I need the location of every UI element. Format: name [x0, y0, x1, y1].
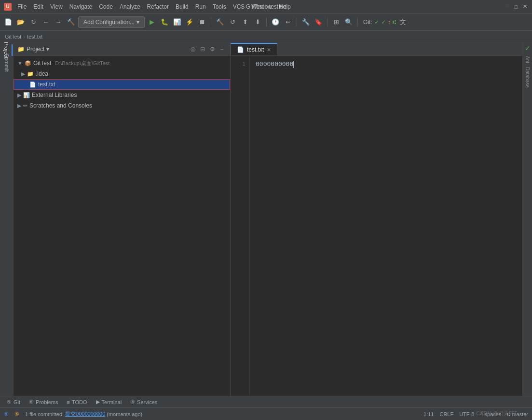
warning-status-icon: ⑥ [14, 411, 19, 417]
add-configuration-button[interactable]: Add Configuration... ▾ [78, 16, 145, 28]
maximize-button[interactable]: □ [513, 3, 519, 10]
tree-root[interactable]: ▼ 📦 GitTest D:\Backup\桌面\GitTest [14, 58, 230, 68]
tree-test-txt[interactable]: 📄 test.txt [14, 79, 230, 90]
project-tree: ▼ 📦 GitTest D:\Backup\桌面\GitTest ▶ 📁 .id… [14, 56, 230, 396]
update-button[interactable]: ⬆ [240, 17, 250, 27]
open-button[interactable]: 📂 [15, 17, 26, 27]
commit-status-text: 1 file committed: [25, 411, 64, 417]
tree-scratches[interactable]: ▶ ✏ Scratches and Consoles [14, 100, 230, 111]
editor-content[interactable]: 1 0000000000 [231, 56, 522, 396]
revert-button[interactable]: ↩ [283, 17, 293, 27]
editor-text-area[interactable]: 0000000000 [250, 56, 522, 396]
right-strip-ant[interactable]: Ant [525, 56, 530, 63]
layout-button[interactable]: ⊞ [331, 17, 341, 27]
problems-tab-icon: ⑥ [29, 399, 34, 405]
idea-folder-icon: 📁 [27, 71, 34, 77]
breadcrumb-file[interactable]: test.txt [27, 34, 42, 40]
bottom-tab-problems[interactable]: ⑥ Problems [25, 397, 62, 407]
panel-settings-button[interactable]: ⚙ [208, 45, 217, 54]
services-tab-icon: ⑧ [130, 399, 135, 405]
debug-button[interactable]: 🐛 [159, 17, 170, 27]
menu-build[interactable]: Build [173, 2, 191, 11]
menu-vcs[interactable]: VCS [230, 2, 248, 11]
history-button[interactable]: 🕐 [270, 17, 281, 27]
bottom-tab-git[interactable]: ⑨ Git [3, 397, 24, 407]
find-button[interactable]: 🔍 [343, 17, 354, 27]
tree-idea-folder[interactable]: ▶ 📁 .idea [14, 68, 230, 79]
tree-idea-label: .idea [36, 70, 48, 77]
git-status-area: Git: ✓ ✓ ↑ ⑆ [363, 19, 396, 26]
sidebar-item-commit[interactable]: Commit [1, 57, 13, 68]
menu-run[interactable]: Run [192, 2, 209, 11]
window-title: GitTest - test.txt [246, 3, 286, 10]
title-bar: U File Edit View Navigate Code Analyze R… [0, 0, 532, 14]
run-config-button[interactable]: 🔨 [66, 17, 76, 27]
terminal-tab-icon: ▶ [96, 399, 100, 405]
build-project-button[interactable]: 🔨 [215, 17, 225, 27]
menu-code[interactable]: Code [96, 2, 116, 11]
encoding-text: UTF-8 [459, 411, 474, 417]
git-status-item[interactable]: ⑨ [4, 411, 9, 417]
editor-content-text: 0000000000 [256, 60, 293, 68]
coverage-button[interactable]: 📊 [172, 17, 182, 27]
settings-button[interactable]: 🔧 [300, 17, 311, 27]
project-panel: 📁 Project ▾ ◎ ⊟ ⚙ − ▼ 📦 GitTest D:\Backu… [14, 42, 231, 396]
tab-close-button[interactable]: ✕ [267, 47, 271, 53]
tree-root-path: D:\Backup\桌面\GitTest [55, 60, 109, 67]
bottom-tabs: ⑨ Git ⑥ Problems ≡ TODO ▶ Terminal ⑧ Ser… [0, 396, 532, 407]
editor-tab-test-txt[interactable]: 📄 test.txt ✕ [231, 43, 277, 55]
git-push-icon[interactable]: ↑ [388, 19, 391, 26]
tab-file-icon: 📄 [237, 46, 244, 53]
menu-edit[interactable]: Edit [30, 2, 46, 11]
text-cursor [293, 61, 294, 68]
tree-root-label: GitTest [33, 60, 51, 67]
menu-navigate[interactable]: Navigate [67, 2, 95, 11]
chevron-right-icon: ▶ [21, 71, 25, 77]
tree-external-libraries[interactable]: ▶ 📊 External Libraries [14, 90, 230, 100]
menu-tools[interactable]: Tools [210, 2, 229, 11]
terminal-tab-label: Terminal [102, 399, 122, 405]
status-bar: ⑨ ⑥ 1 file committed: 提交0000000000 (mome… [0, 407, 532, 420]
git-status-icon: ⑨ [4, 411, 9, 417]
todo-tab-icon: ≡ [67, 399, 70, 405]
bottom-tab-terminal[interactable]: ▶ Terminal [92, 397, 126, 407]
tree-scratches-label: Scratches and Consoles [29, 102, 92, 109]
forward-button[interactable]: → [53, 17, 64, 27]
menu-refactor[interactable]: Refactor [144, 2, 172, 11]
cursor-position[interactable]: 1:11 [423, 411, 434, 417]
chevron-down-icon[interactable]: ▾ [46, 46, 49, 53]
new-file-button[interactable]: 📄 [3, 17, 14, 27]
commit-link[interactable]: 提交0000000000 [65, 410, 105, 418]
editor-area: 📄 test.txt ✕ 1 0000000000 [231, 42, 522, 396]
panel-close-button[interactable]: − [218, 45, 226, 54]
add-config-dropdown-icon[interactable]: ▾ [136, 19, 139, 26]
menu-view[interactable]: View [47, 2, 66, 11]
bottom-tab-services[interactable]: ⑧ Services [126, 397, 161, 407]
back-button[interactable]: ← [41, 17, 51, 27]
profile-button[interactable]: ⚡ [184, 17, 195, 27]
toolbar-separator-5 [357, 18, 358, 27]
bottom-tab-todo[interactable]: ≡ TODO [63, 397, 91, 407]
menu-analyze[interactable]: Analyze [117, 2, 143, 11]
sync-button[interactable]: ↻ [28, 17, 39, 27]
encoding[interactable]: UTF-8 [459, 411, 474, 417]
tree-external-label: External Libraries [32, 92, 77, 98]
bookmark-button[interactable]: 🔖 [313, 17, 324, 27]
minimize-button[interactable]: ─ [504, 3, 511, 10]
close-button[interactable]: ✕ [521, 3, 528, 10]
editor-tabs: 📄 test.txt ✕ [231, 42, 522, 56]
toolbar-separator-1 [211, 18, 211, 27]
line-ending[interactable]: CRLF [439, 411, 453, 417]
stop-button[interactable]: ⏹ [197, 17, 207, 27]
menu-file[interactable]: File [14, 2, 29, 11]
right-strip-database[interactable]: Database [525, 67, 530, 88]
breadcrumb-project[interactable]: GitTest [5, 34, 21, 40]
collapse-button[interactable]: ⊟ [198, 45, 207, 54]
folder-icon: 📁 [17, 46, 25, 53]
reload-button[interactable]: ↺ [227, 17, 238, 27]
patch-button[interactable]: ⬇ [252, 17, 263, 27]
run-button[interactable]: ▶ [147, 17, 157, 27]
locate-button[interactable]: ◎ [189, 45, 197, 54]
problems-status-item[interactable]: ⑥ [14, 411, 19, 417]
translate-button[interactable]: 文 [398, 17, 409, 27]
